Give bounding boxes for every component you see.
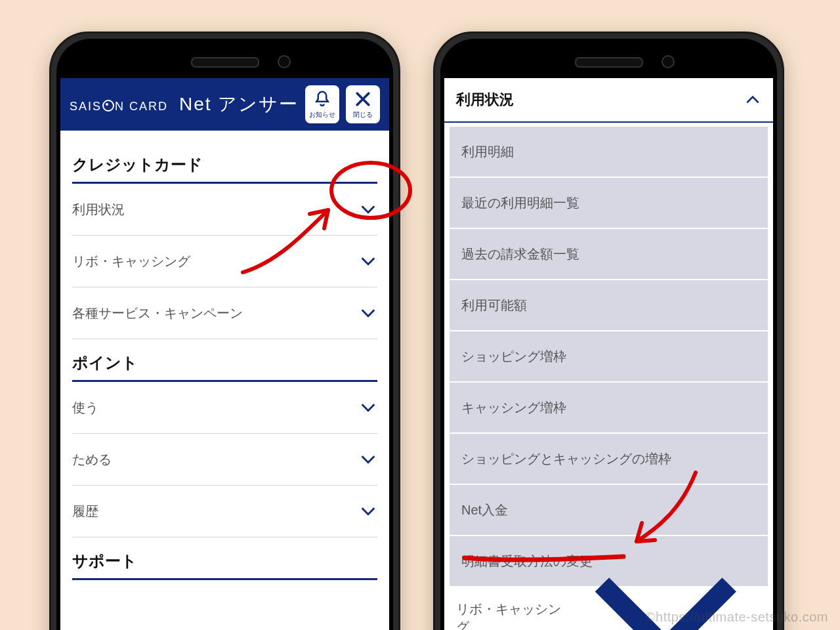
sub-label: ショッピングとキャッシングの増枠 (461, 450, 671, 468)
phone-speaker (575, 57, 643, 68)
row-use[interactable]: 使う (72, 382, 377, 434)
sub-item-details[interactable]: 利用明細 (450, 127, 768, 178)
phone-inner-right: 利用状況 利用明細 最近の利用明細一覧 過去の請求金額一覧 利用可能額 ショッピ… (440, 39, 777, 630)
chevron-down-icon (359, 252, 377, 270)
sub-item-cashing-increase[interactable]: キャッシング増枠 (450, 383, 768, 434)
phone-left: SAISN CARD Net アンサー お知らせ 閉じる クレジットカード 利用… (49, 32, 400, 630)
sub-menu-usage: 利用明細 最近の利用明細一覧 過去の請求金額一覧 利用可能額 ショッピング増枠 … (450, 127, 768, 586)
sub-label: キャッシング増枠 (461, 399, 566, 417)
chevron-down-icon (359, 200, 377, 219)
sub-label: 利用可能額 (461, 297, 527, 314)
watermark: ©https://ultimate-setsuko.com (646, 610, 828, 625)
phone-speaker (191, 57, 259, 68)
row-history[interactable]: 履歴 (72, 486, 377, 537)
phone-right: 利用状況 利用明細 最近の利用明細一覧 過去の請求金額一覧 利用可能額 ショッピ… (433, 32, 784, 630)
sub-item-available[interactable]: 利用可能額 (450, 280, 768, 331)
close-icon (353, 89, 373, 109)
sub-label: 利用明細 (461, 143, 514, 161)
section-support: サポート (72, 547, 377, 580)
close-button[interactable]: 閉じる (346, 85, 380, 123)
section-credit-card: クレジットカード (72, 150, 377, 184)
phone-camera (278, 55, 291, 68)
sub-label: 過去の請求金額一覧 (461, 245, 579, 263)
notify-label: お知らせ (309, 110, 335, 119)
row-label: リボ・キャッシング (456, 600, 570, 630)
app-header: SAISN CARD Net アンサー お知らせ 閉じる (60, 78, 389, 131)
accordion-title: 利用状況 (456, 90, 514, 110)
brand-text-2: N CARD (115, 100, 168, 113)
sub-item-past-billing[interactable]: 過去の請求金額一覧 (450, 229, 768, 280)
notify-button[interactable]: お知らせ (305, 85, 339, 123)
sub-label: 最近の利用明細一覧 (461, 194, 579, 212)
bell-icon (312, 89, 332, 109)
close-label: 閉じる (353, 110, 373, 119)
row-label: 使う (72, 399, 98, 417)
brand-circle-icon (102, 100, 114, 112)
phone-inner-left: SAISN CARD Net アンサー お知らせ 閉じる クレジットカード 利用… (56, 39, 393, 630)
chevron-down-icon (359, 502, 377, 520)
row-label: 履歴 (72, 503, 98, 520)
section-point: ポイント (72, 348, 377, 382)
row-label: 利用状況 (72, 201, 125, 219)
brand-logo: SAISN CARD Net アンサー (70, 92, 299, 117)
row-services-campaign[interactable]: 各種サービス・キャンペーン (72, 287, 377, 339)
row-label: リボ・キャッシング (72, 253, 190, 270)
sub-label: Net入金 (461, 501, 508, 519)
chevron-down-icon (359, 450, 377, 469)
chevron-down-icon (359, 304, 377, 322)
sub-item-both-increase[interactable]: ショッピングとキャッシングの増枠 (450, 434, 768, 485)
brand-text-1: SAIS (70, 100, 102, 113)
screen-right: 利用状況 利用明細 最近の利用明細一覧 過去の請求金額一覧 利用可能額 ショッピ… (444, 78, 773, 630)
sub-item-recent-list[interactable]: 最近の利用明細一覧 (450, 178, 768, 229)
brand-net: Net アンサー (179, 94, 299, 114)
accordion-usage-status[interactable]: 利用状況 (444, 78, 773, 123)
chevron-up-icon (744, 91, 761, 108)
sub-item-shopping-increase[interactable]: ショッピング増枠 (450, 331, 768, 383)
row-label: 各種サービス・キャンペーン (72, 304, 243, 322)
screen-left: SAISN CARD Net アンサー お知らせ 閉じる クレジットカード 利用… (60, 78, 389, 630)
sub-label: ショッピング増枠 (461, 348, 566, 366)
row-label: ためる (72, 451, 112, 469)
row-save[interactable]: ためる (72, 434, 377, 486)
chevron-down-icon (359, 398, 377, 417)
phone-camera (662, 55, 675, 68)
row-ribo-cashing[interactable]: リボ・キャッシング (72, 236, 377, 287)
row-usage-status[interactable]: 利用状況 (72, 184, 377, 236)
